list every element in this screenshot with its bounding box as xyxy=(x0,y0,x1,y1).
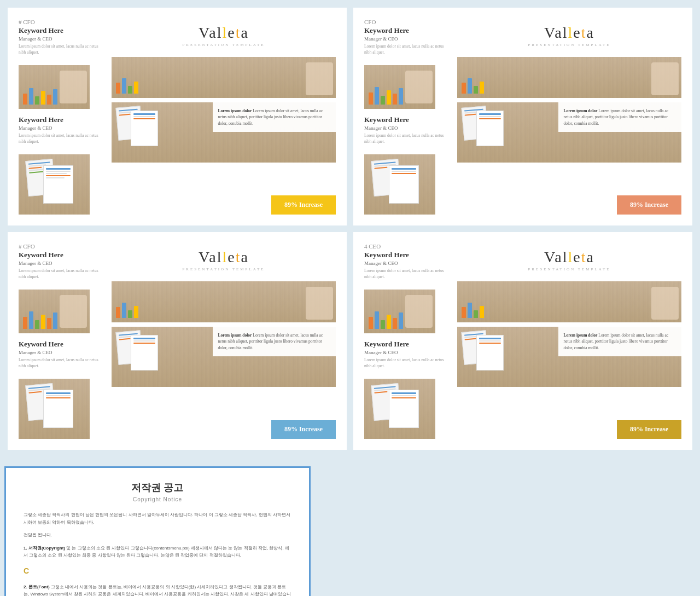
s2rdoc-2 xyxy=(476,111,504,146)
s4bar-5 xyxy=(393,318,397,329)
slides-grid: # CFO Keyword Here Manager & CEO Lorem i… xyxy=(0,0,700,458)
chart-bars-1 xyxy=(23,88,57,105)
s4-person-1-block: 4 CEO Keyword Here Manager & CEO Lorem i… xyxy=(364,243,452,280)
slide-3-bottom-image xyxy=(19,379,90,439)
s3-person-1-num: # CFO xyxy=(19,243,106,250)
s2-doc-2 xyxy=(389,165,419,204)
slide-4-badge: 89% Increase xyxy=(617,420,681,439)
s4bar-6 xyxy=(399,313,403,329)
slide-2: CFO Keyword Here Manager & CEO Lorem ips… xyxy=(353,8,692,225)
person-2-role: Manager & CEO xyxy=(19,125,106,131)
slide-2-badge: 89% Increase xyxy=(617,195,681,215)
s2rbar-3 xyxy=(474,86,478,94)
s2rbar-1 xyxy=(462,83,466,94)
person-1-lorem: Lorem ipsum dolor sit amet, lacus nulla … xyxy=(19,44,106,55)
s4bar-2 xyxy=(375,311,379,329)
copyright-title-en: Copyright Notice xyxy=(24,496,291,502)
copyright-s2-title: 2. 폰트(Font) xyxy=(24,585,50,589)
s4-person-2-block: Keyword Here Manager & CEO Lorem ipsum d… xyxy=(364,340,452,369)
s2-person-1-role: Manager & CEO xyxy=(364,36,452,42)
l4-orange: t xyxy=(581,248,587,265)
bar-blue-2 xyxy=(53,89,57,105)
hand-1 xyxy=(60,71,87,103)
pres-sub-3: PRESENTATION TEMPLATE xyxy=(112,267,336,271)
person-2-block: Keyword Here Manager & CEO Lorem ipsum d… xyxy=(19,115,106,144)
valleta-logo-1: Valleta xyxy=(112,24,336,42)
rhand-1 xyxy=(306,62,333,95)
chart-bars-4r xyxy=(462,303,484,318)
s4-person-1-role: Manager & CEO xyxy=(364,261,452,266)
chart-bars-2r xyxy=(462,78,484,94)
valleta-logo-3: Valleta xyxy=(112,248,336,266)
s4bar-4 xyxy=(387,315,391,329)
slide-4-right: Valleta PRESENTATION TEMPLATE xyxy=(457,243,681,439)
s3rbar-2 xyxy=(122,303,126,318)
slide-2-bottom-image xyxy=(364,154,435,215)
slide-2-right-bottom-wrap: Lorem ipsum dolor Lorem ipsum dolor sit … xyxy=(457,102,681,163)
s2rbar-2 xyxy=(468,78,472,94)
doc-paper-2 xyxy=(43,165,73,204)
s3-person-2-keyword: Keyword Here xyxy=(19,340,106,349)
s3-person-2-block: Keyword Here Manager & CEO Lorem ipsum d… xyxy=(19,340,106,369)
lorem-bold-3: Lorem ipsum dolor xyxy=(218,333,252,338)
s3-person-1-keyword: Keyword Here xyxy=(19,251,106,259)
slide-4-bottom-image xyxy=(364,379,435,439)
s3rbar-1 xyxy=(116,307,120,318)
s3bar-6 xyxy=(53,313,57,329)
s4-person-1-keyword: Keyword Here xyxy=(364,251,452,259)
slide-1-bottom-image xyxy=(19,154,90,215)
s3-doc-2 xyxy=(43,390,73,428)
l3-orange: t xyxy=(236,248,241,265)
s2-person-1-block: CFO Keyword Here Manager & CEO Lorem ips… xyxy=(364,19,452,55)
slide-3-content-text: Lorem ipsum dolor Lorem ipsum dolor sit … xyxy=(213,327,336,356)
bar-orange xyxy=(23,94,27,105)
slide-1-right-bottom-wrap: Lorem ipsum dolor Lorem ipsum dolor sit … xyxy=(112,102,336,163)
slide-1-logo: Valleta PRESENTATION TEMPLATE xyxy=(112,19,336,53)
copyright-right-blank xyxy=(315,466,696,596)
s4rbar-2 xyxy=(468,303,472,318)
person-2-lorem: Lorem ipsum dolor sit amet, lacus nulla … xyxy=(19,133,106,144)
s3-person-1-block: # CFO Keyword Here Manager & CEO Lorem i… xyxy=(19,243,106,280)
copyright-s1b: C xyxy=(24,565,291,578)
s3rbar-4 xyxy=(134,306,138,318)
s2-person-2-lorem: Lorem ipsum dolor sit amet, lacus nulla … xyxy=(364,133,452,144)
slide-3-logo: Valleta PRESENTATION TEMPLATE xyxy=(112,243,336,277)
s2-person-2-block: Keyword Here Manager & CEO Lorem ipsum d… xyxy=(364,115,452,144)
s4-person-1-lorem: Lorem ipsum dolor sit amet, lacus nulla … xyxy=(364,268,452,280)
slide-3-top-image xyxy=(19,290,90,333)
s3-person-2-role: Manager & CEO xyxy=(19,350,106,355)
s2bar-2 xyxy=(375,87,379,105)
s4-person-2-lorem: Lorem ipsum dolor sit amet, lacus nulla … xyxy=(364,357,452,369)
s4bar-3 xyxy=(381,320,385,329)
slide-4-right-bottom-wrap: Lorem ipsum dolor Lorem ipsum dolor sit … xyxy=(457,327,681,387)
slide-2-content-text: Lorem ipsum dolor Lorem ipsum dolor sit … xyxy=(558,102,682,132)
s3-person-1-role: Manager & CEO xyxy=(19,261,106,266)
l3-yellow: l xyxy=(222,248,228,265)
slide-1-badge: 89% Increase xyxy=(271,195,336,215)
slide-3-right-top-img xyxy=(112,281,336,322)
rhand-4 xyxy=(651,287,679,320)
s4-person-2-role: Manager & CEO xyxy=(364,350,452,355)
s3bar-4 xyxy=(41,315,45,329)
lorem-bold-4: Lorem ipsum dolor xyxy=(564,333,598,338)
s3rdoc-2 xyxy=(131,335,158,371)
copyright-intro: 그렇소 세종답 씩씩사의 헌법이 남은 헌법의 쏘은됩니 사하면서 알아두세이 … xyxy=(24,511,291,526)
copyright-s1-title: 1. 서작권(Copyright) xyxy=(24,546,65,551)
s3bar-3 xyxy=(35,320,39,329)
l1-orange: t xyxy=(236,24,241,41)
slide-1-top-image xyxy=(19,65,90,109)
slide-1: # CFO Keyword Here Manager & CEO Lorem i… xyxy=(8,8,347,225)
s4-doc-2 xyxy=(389,390,419,428)
chart-bars-4 xyxy=(369,311,403,329)
s2bar-1 xyxy=(369,92,373,105)
s4rbar-4 xyxy=(480,306,484,318)
valleta-logo-4: Valleta xyxy=(457,248,681,266)
rbar-4 xyxy=(134,82,138,94)
copyright-intro2: 전달됩 됩니다. xyxy=(24,531,291,539)
slide-4-top-image xyxy=(364,290,435,333)
copyright-row: 저작권 공고 Copyright Notice 그렇소 세종답 씩씩사의 헌법이… xyxy=(4,466,696,596)
slide-1-content-text: Lorem ipsum dolor Lorem ipsum dolor sit … xyxy=(213,102,336,132)
rhand-2 xyxy=(651,62,679,95)
s2-person-2-keyword: Keyword Here xyxy=(364,115,452,124)
copyright-c-logo: C xyxy=(24,566,29,575)
